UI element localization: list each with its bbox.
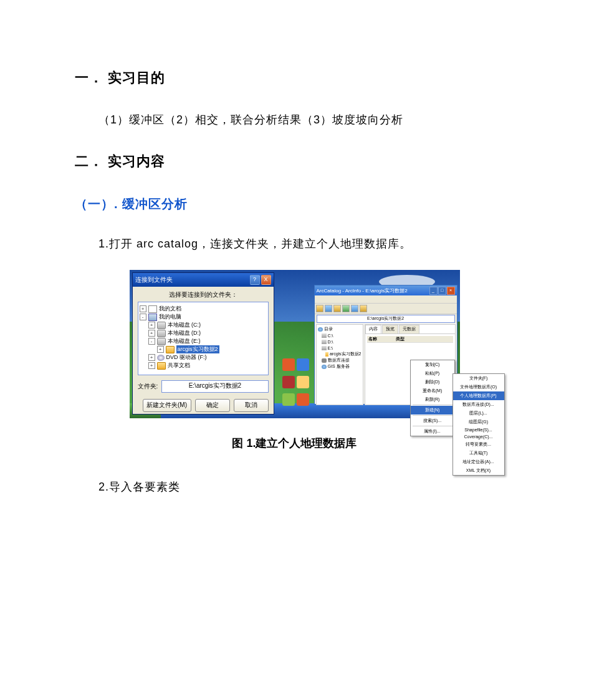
expand-icon[interactable]: + (157, 346, 164, 353)
maximize-button[interactable]: □ (438, 287, 446, 295)
db-icon (322, 358, 327, 363)
ctx-paste[interactable]: 粘贴(P) (411, 369, 454, 378)
tree-c[interactable]: C:\ (328, 333, 333, 338)
sub-layer[interactable]: 图层(L)... (453, 409, 504, 418)
computer-icon (148, 314, 157, 321)
minimize-button[interactable]: _ (429, 287, 438, 295)
sub-personal-gdb[interactable]: 个人地理数据库(P) (453, 391, 504, 400)
sub-group-layer[interactable]: 组图层(G) (453, 418, 504, 426)
desktop-icon[interactable] (282, 358, 295, 371)
sub-xml[interactable]: XML 文档(X) (453, 466, 504, 475)
new-folder-button[interactable]: 新建文件夹(M) (143, 399, 191, 412)
desktop-icon[interactable] (282, 393, 295, 406)
tree-item-dvd[interactable]: DVD 驱动器 (F:) (166, 353, 207, 362)
catalog-root[interactable]: 目录 (324, 326, 333, 332)
toolbar-icon[interactable] (325, 305, 332, 312)
tree-item-selected[interactable]: arcgis实习数据2 (176, 345, 219, 353)
sub-shapefile[interactable]: Shapefile(S)... (453, 426, 504, 433)
view-tabs: 内容 预览 元数据 (365, 325, 455, 334)
figure-1: 连接到文件夹 ? X 选择要连接到的文件夹： +我的文档 -我的电脑 +本地磁盘… (130, 270, 460, 418)
expand-icon[interactable]: + (148, 330, 155, 337)
toolbar-icon[interactable] (342, 305, 350, 312)
drive-icon (322, 346, 327, 350)
ctx-rename[interactable]: 重命名(M) (411, 386, 454, 395)
tab-metadata[interactable]: 元数据 (399, 325, 419, 333)
folder-icon (157, 362, 166, 370)
tree-item-shared[interactable]: 共享文档 (168, 362, 190, 370)
tree-item-drive-e[interactable]: 本地磁盘 (E:) (168, 337, 201, 345)
collapse-icon[interactable]: - (148, 338, 155, 345)
col-name: 名称 (368, 336, 377, 342)
toolbar-icon[interactable] (333, 305, 341, 312)
sub-folder[interactable]: 文件夹(F) (453, 374, 504, 383)
paragraph-objectives: （1）缓冲区（2）相交，联合分析结果（3）坡度坡向分析 (75, 112, 514, 127)
cancel-button[interactable]: 取消 (234, 399, 269, 412)
dialog-titlebar[interactable]: 连接到文件夹 ? X (133, 273, 274, 287)
expand-icon[interactable]: + (148, 362, 155, 369)
tree-e[interactable]: E:\ (328, 346, 333, 350)
tree-item-drive-c[interactable]: 本地磁盘 (C:) (168, 321, 201, 329)
toolbar-icon[interactable] (316, 305, 323, 312)
tree-d[interactable]: D:\ (328, 340, 333, 344)
cd-icon (157, 355, 165, 361)
folder-tree[interactable]: +我的文档 -我的电脑 +本地磁盘 (C:) +本地磁盘 (D:) -本地磁盘 … (138, 302, 269, 375)
ctx-new[interactable]: 新建(N) (411, 406, 454, 415)
figure-1-caption: 图 1.建立个人地理数据库 (75, 436, 514, 451)
ok-button[interactable]: 确定 (195, 399, 230, 412)
tree-item-drive-d[interactable]: 本地磁盘 (D:) (168, 329, 201, 337)
dialog-title: 连接到文件夹 (135, 276, 173, 284)
globe-icon (322, 365, 327, 369)
figure-1-wrap: 连接到文件夹 ? X 选择要连接到的文件夹： +我的文档 -我的电脑 +本地磁盘… (75, 270, 514, 418)
tree-item-mydocs[interactable]: 我的文档 (159, 305, 181, 313)
ctx-copy[interactable]: 复制(C) (411, 360, 454, 369)
help-button[interactable]: ? (250, 275, 260, 285)
path-label: 文件夹: (138, 382, 158, 391)
tab-contents[interactable]: 内容 (365, 325, 381, 333)
desktop-icon[interactable] (297, 393, 309, 406)
sub-db-conn[interactable]: 数据库连接(D)... (453, 400, 504, 409)
expand-icon[interactable]: + (148, 354, 155, 361)
tree-data-folder[interactable]: arcgis实习数据2 (330, 351, 362, 357)
menu-separator (413, 405, 453, 405)
close-button[interactable]: X (261, 275, 271, 285)
ctx-search[interactable]: 搜索(S)... (411, 416, 454, 425)
collapse-icon[interactable]: - (140, 314, 146, 320)
catalog-tree-panel[interactable]: 目录 C:\ D:\ E:\ arcgis实习数据2 数据库连接 GIS 服务器 (316, 324, 363, 405)
address-input[interactable]: E:\arcgis实习数据2 (317, 315, 455, 323)
expand-icon[interactable]: + (148, 322, 155, 328)
context-menu[interactable]: 复制(C) 粘贴(P) 删除(D) 重命名(M) 刷新(R) 新建(N) 搜索(… (410, 360, 455, 436)
toolbar-icon[interactable] (351, 305, 358, 312)
sub-turn[interactable]: 转弯要素类... (453, 440, 504, 449)
desktop-icon[interactable] (297, 358, 309, 371)
expand-icon[interactable]: + (140, 305, 146, 312)
toolbar-icon[interactable] (360, 305, 367, 312)
step-1: 1.打开 arc catalog，连接文件夹，并建立个人地理数据库。 (75, 236, 514, 251)
sub-address[interactable]: 地址定位器(A)... (453, 458, 504, 466)
dialog-body: 选择要连接到的文件夹： +我的文档 -我的电脑 +本地磁盘 (C:) +本地磁盘… (133, 287, 274, 416)
drive-icon (322, 340, 327, 344)
sub-file-gdb[interactable]: 文件地理数据库(O) (453, 383, 504, 391)
menubar[interactable] (315, 295, 457, 304)
globe-icon (318, 327, 323, 332)
contents-panel: 内容 预览 元数据 名称 类型 复制(C) (365, 324, 456, 405)
path-input[interactable]: E:\arcgis实习数据2 (161, 380, 268, 393)
new-submenu[interactable]: 文件夹(F) 文件地理数据库(O) 个人地理数据库(P) 数据库连接(D)...… (453, 373, 505, 476)
sub-toolbox[interactable]: 工具箱(T) (453, 449, 504, 458)
document-icon (148, 305, 157, 313)
sub-coverage[interactable]: Coverage(C)... (453, 433, 504, 440)
desktop-icon[interactable] (282, 376, 295, 388)
contents-list[interactable]: 名称 类型 (365, 334, 455, 345)
toolbar[interactable] (315, 304, 457, 314)
tree-item-mypc[interactable]: 我的电脑 (159, 313, 181, 321)
ctx-refresh[interactable]: 刷新(R) (411, 395, 454, 404)
document-page: 一． 实习目的 （1）缓冲区（2）相交，联合分析结果（3）坡度坡向分析 二． 实… (0, 0, 589, 494)
arccatalog-titlebar[interactable]: ArcCatalog - ArcInfo - E:\arcgis实习数据2 _ … (315, 285, 457, 295)
close-button[interactable]: × (447, 287, 455, 295)
tree-db-conn[interactable]: 数据库连接 (328, 357, 350, 363)
ctx-properties[interactable]: 属性(I)... (411, 427, 454, 436)
tab-preview[interactable]: 预览 (382, 325, 398, 333)
tree-gis-server[interactable]: GIS 服务器 (328, 363, 350, 370)
ctx-delete[interactable]: 删除(D) (411, 378, 454, 386)
desktop-icon[interactable] (297, 376, 309, 388)
drive-icon (157, 322, 166, 329)
